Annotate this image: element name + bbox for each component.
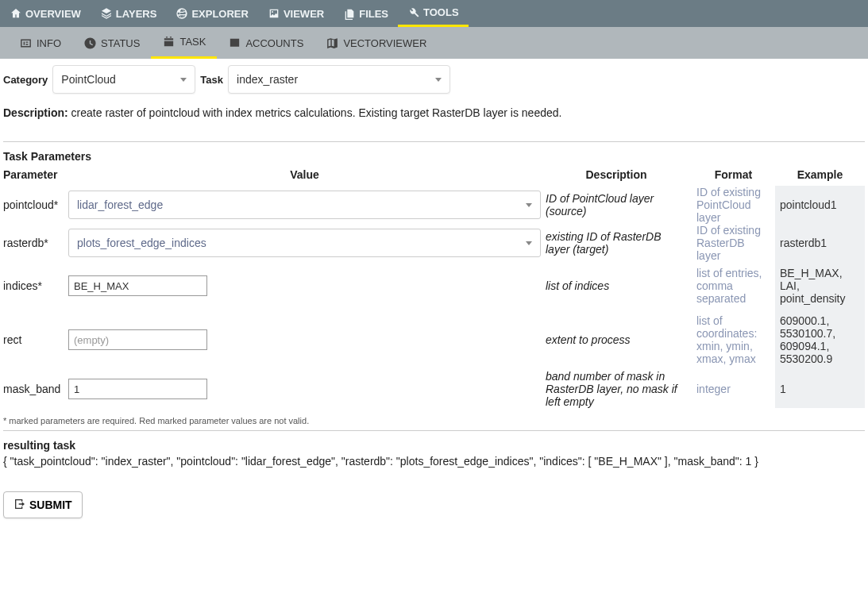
param-name: indices* (3, 279, 68, 292)
info-icon (19, 37, 33, 50)
topnav-item-viewer[interactable]: VIEWER (258, 0, 334, 27)
param-row-mask_band: mask_bandband number of mask in RasterDB… (3, 370, 865, 408)
chevron-down-icon (526, 241, 532, 245)
nav-label: INFO (37, 37, 61, 49)
image-icon (268, 7, 280, 20)
submit-button[interactable]: SUBMIT (3, 491, 83, 518)
param-name: rect (3, 333, 68, 346)
param-example: 1 (775, 370, 865, 408)
nav-label: ACCOUNTS (245, 37, 303, 49)
param-example: rasterdb1 (775, 224, 865, 262)
home-icon (10, 7, 22, 20)
nav-label: LAYERS (116, 8, 157, 20)
nav-label: VIEWER (284, 8, 324, 20)
param-format: list of coordinates: xmin, ymin, xmax, y… (692, 314, 775, 365)
chevron-down-icon (526, 203, 532, 207)
header-example: Example (775, 168, 865, 181)
subnav-item-vectorviewer[interactable]: VECTORVIEWER (314, 27, 438, 59)
param-row-rasterdb: rasterdb*plots_forest_edge_indicesexisti… (3, 224, 865, 262)
nav-label: OVERVIEW (25, 8, 81, 20)
param-example: BE_H_MAX, LAI, point_density (775, 262, 865, 310)
category-dropdown[interactable]: PointCloud (52, 65, 195, 94)
nav-label: TASK (179, 36, 206, 48)
param-desc: list of indices (541, 279, 692, 292)
subnav-item-status[interactable]: STATUS (72, 27, 151, 59)
chevron-down-icon (180, 78, 187, 82)
topnav-item-overview[interactable]: OVERVIEW (0, 0, 91, 27)
select-value: lidar_forest_edge (77, 198, 163, 211)
wrench-icon (407, 6, 420, 19)
topnav-item-files[interactable]: FILES (334, 0, 398, 27)
category-value: PointCloud (61, 73, 116, 86)
layers-icon (100, 7, 113, 20)
nav-label: EXPLORER (191, 8, 249, 20)
param-row-pointcloud: pointcloud*lidar_forest_edgeID of PointC… (3, 186, 865, 224)
header-parameter: Parameter (3, 168, 68, 181)
param-select-rasterdb[interactable]: plots_forest_edge_indices (68, 229, 541, 257)
nav-label: VECTORVIEWER (343, 37, 426, 49)
nav-label: STATUS (101, 37, 140, 49)
subnav-item-accounts[interactable]: ACCOUNTS (217, 27, 314, 59)
param-input-mask_band[interactable] (68, 379, 207, 399)
topnav-item-tools[interactable]: TOOLS (398, 0, 469, 27)
topnav-item-layers[interactable]: LAYERS (91, 0, 167, 27)
param-desc: band number of mask in RasterDB layer, n… (541, 370, 692, 408)
resulting-task-label: resulting task (3, 439, 865, 452)
param-desc: ID of PointCloud layer (source) (541, 192, 692, 218)
description-row: Description: create raster of pointcloud… (3, 106, 865, 119)
param-row-rect: rectextent to processlist of coordinates… (3, 310, 865, 370)
param-input-indices[interactable] (68, 275, 207, 296)
divider (3, 141, 865, 142)
files-icon (343, 7, 356, 20)
param-desc: extent to process (541, 333, 692, 346)
param-format: list of entries, comma separated (692, 267, 775, 305)
param-format: integer (692, 383, 775, 395)
clock-icon (83, 37, 97, 50)
topnav-item-explorer[interactable]: EXPLORER (166, 0, 258, 27)
param-name: pointcloud* (3, 198, 68, 211)
param-example: pointcloud1 (775, 186, 865, 224)
header-value: Value (68, 168, 541, 181)
params-header: Parameter Value Description Format Examp… (3, 166, 865, 186)
task-parameters-title: Task Parameters (3, 150, 865, 163)
divider (3, 430, 865, 431)
param-name: rasterdb* (3, 237, 68, 249)
param-format: ID of existing PointCloud layer (692, 186, 775, 224)
category-label: Category (3, 74, 48, 86)
header-format: Format (692, 168, 775, 181)
param-select-pointcloud[interactable]: lidar_forest_edge (68, 191, 541, 219)
footnote: * marked parameters are required. Red ma… (3, 416, 865, 425)
submit-icon (14, 498, 26, 513)
task-value: index_raster (237, 73, 298, 86)
subnav-item-task[interactable]: TASK (151, 27, 217, 59)
header-description: Description (541, 168, 692, 181)
subnav-item-info[interactable]: INFO (8, 27, 72, 59)
selector-row: Category PointCloud Task index_raster (3, 65, 865, 94)
globe-icon (176, 7, 188, 20)
task-label: Task (200, 74, 223, 86)
sub-nav: INFOSTATUSTASKACCOUNTSVECTORVIEWER (0, 27, 868, 59)
nav-label: FILES (359, 8, 388, 20)
param-row-indices: indices*list of indiceslist of entries, … (3, 262, 865, 310)
param-example: 609000.1, 5530100.7, 609094.1, 5530200.9 (775, 310, 865, 370)
map-icon (326, 37, 339, 50)
chevron-down-icon (435, 78, 442, 82)
select-value: plots_forest_edge_indices (77, 237, 206, 249)
submit-label: SUBMIT (29, 499, 72, 511)
resulting-task-json: { "task_pointcloud": "index_raster", "po… (3, 455, 865, 468)
description-text: create raster of pointcloud with index m… (71, 106, 562, 119)
task-dropdown[interactable]: index_raster (228, 65, 450, 94)
nav-label: TOOLS (423, 6, 459, 18)
accounts-icon (228, 37, 241, 50)
param-name: mask_band (3, 383, 68, 395)
description-label: Description: (3, 106, 68, 119)
param-input-rect[interactable] (68, 329, 207, 350)
top-nav: OVERVIEWLAYERSEXPLORERVIEWERFILESTOOLS (0, 0, 868, 27)
task-icon (162, 35, 176, 48)
param-desc: existing ID of RasterDB layer (target) (541, 230, 692, 256)
param-format: ID of existing RasterDB layer (692, 224, 775, 262)
